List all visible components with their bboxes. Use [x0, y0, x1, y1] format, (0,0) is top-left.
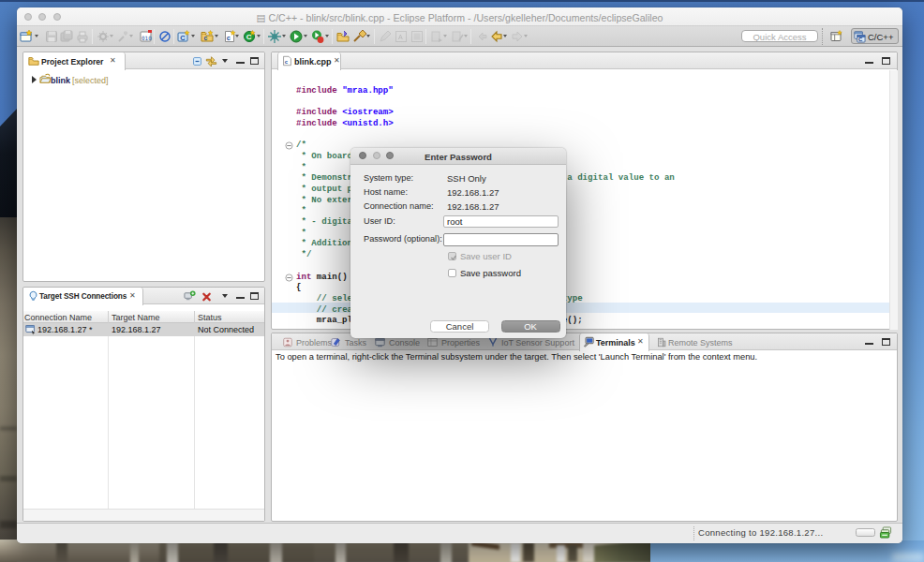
svg-text:c: c	[227, 34, 231, 42]
svg-text:c: c	[203, 35, 207, 41]
svg-text:010: 010	[142, 35, 152, 41]
svg-text:A: A	[398, 34, 403, 40]
svg-text:C: C	[246, 33, 252, 41]
svg-text:C: C	[180, 34, 186, 42]
svg-text:C: C	[858, 37, 863, 42]
